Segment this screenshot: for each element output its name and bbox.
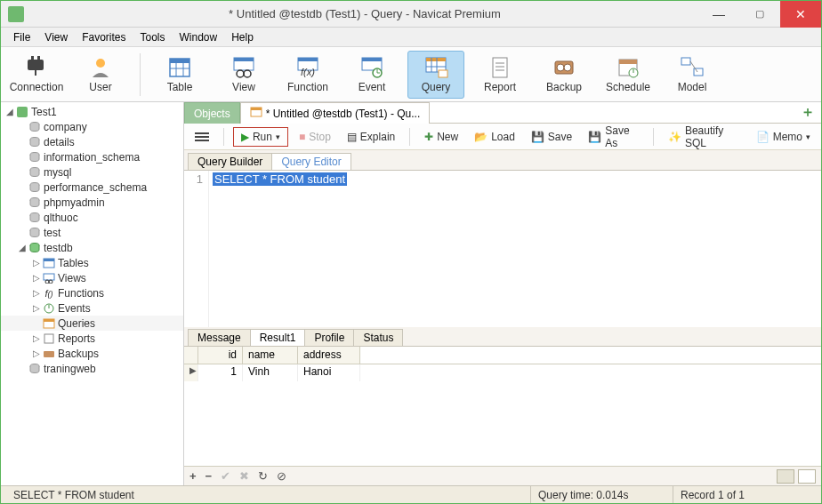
user-icon	[88, 56, 113, 79]
expand-icon[interactable]: ▷	[31, 273, 42, 283]
tree-node-functions[interactable]: ▷f()Functions	[1, 285, 183, 300]
view-icon	[231, 56, 256, 79]
tab-query[interactable]: * Untitled @testdb (Test1) - Qu...	[240, 102, 431, 124]
expand-icon[interactable]: ▷	[31, 258, 42, 268]
database-icon	[28, 242, 42, 254]
tab-profile[interactable]: Profile	[304, 329, 354, 346]
plus-icon: ✚	[424, 131, 433, 143]
expand-icon[interactable]: ▷	[31, 288, 42, 298]
grid-toolbar: + − ✔ ✖ ↻ ⊘	[184, 466, 821, 485]
delete-row-button[interactable]: −	[206, 469, 213, 483]
explain-icon: ▤	[347, 131, 357, 143]
result-tabs: Message Result1 Profile Status	[184, 327, 821, 347]
tree-db[interactable]: phpmyadmin	[1, 195, 183, 210]
load-button[interactable]: 📂Load	[469, 127, 520, 147]
menu-file[interactable]: File	[6, 29, 37, 45]
tab-message[interactable]: Message	[188, 329, 251, 346]
add-row-button[interactable]: +	[189, 469, 197, 483]
apply-button[interactable]: ✔	[221, 469, 230, 483]
user-button[interactable]: User	[72, 51, 129, 99]
tree-db[interactable]: details	[1, 134, 183, 149]
function-button[interactable]: f(x) Function	[279, 51, 336, 99]
result-grid[interactable]: id name address ▶ 1 Vinh Hanoi + − ✔ ✖ ↻	[184, 347, 821, 485]
tree-db-open[interactable]: ◢testdb	[1, 240, 183, 255]
tab-result1[interactable]: Result1	[250, 329, 306, 346]
svg-point-12	[244, 70, 251, 77]
tab-status[interactable]: Status	[353, 329, 403, 346]
col-name[interactable]: name	[243, 347, 298, 364]
tree-db[interactable]: company	[1, 119, 183, 134]
close-button[interactable]: ✕	[780, 1, 821, 28]
tree-node-tables[interactable]: ▷Tables	[1, 255, 183, 270]
col-id[interactable]: id	[198, 347, 243, 364]
memo-button[interactable]: 📄Memo▾	[751, 127, 816, 147]
col-address[interactable]: address	[298, 347, 360, 364]
stop-button[interactable]: ⊘	[277, 469, 286, 483]
tree-node-queries[interactable]: Queries	[1, 316, 183, 331]
run-button[interactable]: ▶ Run ▾	[233, 127, 288, 147]
svg-rect-5	[170, 59, 189, 63]
tree-db[interactable]: test	[1, 225, 183, 240]
expand-icon[interactable]: ▷	[31, 303, 42, 313]
tree-connection[interactable]: ◢ Test1	[1, 104, 183, 119]
model-button[interactable]: Model	[664, 51, 721, 99]
svg-rect-35	[619, 60, 637, 64]
cancel-button[interactable]: ✖	[239, 469, 249, 483]
menu-help[interactable]: Help	[224, 29, 261, 45]
stop-button[interactable]: ■ Stop	[294, 127, 336, 147]
svg-point-3	[96, 59, 105, 68]
view-button[interactable]: View	[215, 51, 272, 99]
query-icon	[250, 107, 262, 120]
tree-db[interactable]: performance_schema	[1, 180, 183, 195]
menu-window[interactable]: Window	[173, 29, 225, 45]
tree-node-events[interactable]: ▷Events	[1, 300, 183, 316]
tree-db[interactable]: traningweb	[1, 361, 183, 376]
backup-button[interactable]: Backup	[536, 51, 592, 99]
report-button[interactable]: Report	[471, 51, 528, 99]
save-as-button[interactable]: 💾Save As	[583, 127, 644, 147]
expand-icon[interactable]: ▷	[31, 333, 42, 343]
document-tabs: Objects * Untitled @testdb (Test1) - Qu.…	[184, 102, 821, 124]
beautify-button[interactable]: ✨Beautify SQL	[663, 127, 745, 147]
tab-query-editor[interactable]: Query Editor	[271, 153, 351, 170]
collapse-icon[interactable]: ◢	[17, 243, 28, 252]
save-button[interactable]: 💾Save	[526, 127, 577, 147]
schedule-button[interactable]: Schedule	[600, 51, 657, 99]
query-button[interactable]: Query	[407, 51, 464, 99]
form-view-button[interactable]	[798, 469, 816, 484]
tree-node-backups[interactable]: ▷Backups	[1, 346, 183, 361]
menu-favorites[interactable]: Favorites	[75, 29, 133, 45]
table-row[interactable]: ▶ 1 Vinh Hanoi	[184, 364, 821, 381]
refresh-button[interactable]: ↻	[258, 469, 268, 483]
menu-bar: File View Favorites Tools Window Help	[1, 28, 821, 47]
maximize-button[interactable]: ▢	[739, 1, 780, 28]
grid-view-button[interactable]	[777, 469, 794, 484]
function-icon: f()	[42, 287, 56, 300]
tree-db[interactable]: mysql	[1, 164, 183, 180]
new-tab-button[interactable]: ＋	[794, 102, 821, 124]
svg-rect-64	[251, 108, 262, 110]
tab-query-builder[interactable]: Query Builder	[188, 153, 272, 170]
menu-tools[interactable]: Tools	[133, 29, 173, 45]
collapse-icon[interactable]: ◢	[4, 107, 15, 116]
table-button[interactable]: Table	[151, 51, 208, 99]
sql-editor[interactable]: 1 SELECT * FROM student	[184, 170, 821, 327]
tree-node-views[interactable]: ▷Views	[1, 270, 183, 285]
menu-view[interactable]: View	[37, 29, 75, 45]
minimize-button[interactable]: —	[698, 1, 739, 28]
connection-tree[interactable]: ◢ Test1 company details information_sche…	[1, 102, 184, 485]
plug-icon	[24, 56, 49, 79]
tree-node-reports[interactable]: ▷Reports	[1, 331, 183, 346]
expand-icon[interactable]: ▷	[31, 348, 42, 358]
event-button[interactable]: Event	[343, 51, 400, 99]
grid-header: id name address	[184, 347, 821, 364]
explain-button[interactable]: ▤ Explain	[342, 127, 400, 147]
connection-button[interactable]: Connection	[8, 51, 65, 99]
tree-db[interactable]: information_schema	[1, 149, 183, 164]
tab-objects[interactable]: Objects	[184, 102, 240, 124]
query-subtabs: Query Builder Query Editor	[184, 150, 821, 170]
tree-db[interactable]: qlthuoc	[1, 210, 183, 225]
new-button[interactable]: ✚New	[419, 127, 463, 147]
svg-rect-14	[298, 58, 318, 61]
menu-toggle-button[interactable]	[189, 127, 214, 147]
